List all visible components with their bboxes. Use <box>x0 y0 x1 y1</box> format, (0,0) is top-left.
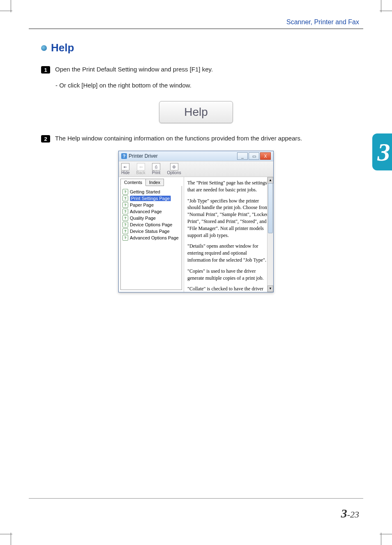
page-number: 3-23 <box>341 506 359 520</box>
tree-label: Advanced Options Page <box>130 235 179 240</box>
help-button[interactable]: Help <box>159 101 233 123</box>
tree-label: Device Status Page <box>130 229 170 234</box>
back-icon: ⇦ <box>137 163 145 170</box>
step-2-text: The Help window containing information o… <box>55 135 302 142</box>
help-paragraph: "Job Type" specifies how the printer sho… <box>187 198 270 239</box>
crop-mark <box>380 11 392 11</box>
scroll-up-arrow-icon[interactable]: ▲ <box>267 177 273 184</box>
maximize-button[interactable]: ▭ <box>249 152 259 160</box>
window-title: Printer Driver <box>129 153 158 159</box>
topic-icon: ? <box>122 215 128 221</box>
help-paragraph: "Copies" is used to have the driver gene… <box>187 268 270 282</box>
footer-rule <box>29 498 363 499</box>
tree-item[interactable]: ?Advanced Options Page <box>122 235 180 241</box>
page-subnum: 23 <box>350 509 359 520</box>
help-nav-pane: Contents Index ?Getting Started ?Print S… <box>119 177 184 292</box>
tree-item-selected[interactable]: ?Print Settings Page <box>122 195 180 202</box>
minimize-button[interactable]: _ <box>237 152 248 160</box>
help-paragraph: "Collate" is checked to have the driver … <box>187 285 270 292</box>
hide-icon: ⇤ <box>121 163 129 170</box>
toolbar-hide-button[interactable]: ⇤ Hide <box>121 163 130 175</box>
header-section-title: Scanner, Printer and Fax <box>29 18 363 26</box>
toolbar-label: Hide <box>121 170 130 175</box>
print-icon: ⎙ <box>152 163 160 170</box>
options-icon: ⚙ <box>170 163 178 170</box>
tree-item[interactable]: ?Paper Page <box>122 202 180 208</box>
toolbar-label: Print <box>152 170 161 175</box>
help-toolbar: ⇤ Hide ⇦ Back ⎙ Print ⚙ Options <box>119 161 273 177</box>
tab-contents[interactable]: Contents <box>120 179 146 186</box>
topic-icon: ? <box>122 202 128 208</box>
tree-item[interactable]: ?Device Options Page <box>122 221 180 228</box>
crop-mark <box>381 533 381 545</box>
tree-label: Device Options Page <box>130 222 172 227</box>
crop-mark <box>11 533 11 545</box>
toolbar-options-button[interactable]: ⚙ Options <box>167 163 181 175</box>
page-chapter: 3 <box>341 506 347 520</box>
tree-item[interactable]: ?Quality Page <box>122 215 180 221</box>
scroll-down-arrow-icon[interactable]: ▼ <box>267 285 273 292</box>
toolbar-back-button: ⇦ Back <box>136 163 145 175</box>
help-app-icon: ? <box>121 153 127 159</box>
tab-index[interactable]: Index <box>145 179 164 186</box>
topic-icon: ? <box>122 195 128 201</box>
help-paragraph: The "Print Setting" page has the setting… <box>187 179 270 193</box>
crop-mark <box>380 534 392 534</box>
topic-icon: ? <box>122 235 128 241</box>
topic-icon: ? <box>122 228 128 234</box>
section-heading: Help <box>51 41 74 54</box>
tree-label: Quality Page <box>130 216 156 221</box>
tree-item[interactable]: ?Getting Started <box>122 189 180 195</box>
step-number-badge: 1 <box>41 66 50 74</box>
tree-label: Print Settings Page <box>130 195 171 201</box>
window-titlebar: ? Printer Driver _ ▭ X <box>119 151 273 161</box>
vertical-scrollbar[interactable]: ▲ ▼ <box>267 177 273 292</box>
help-window-screenshot: ? Printer Driver _ ▭ X ⇤ Hide ⇦ Back <box>118 151 274 292</box>
tree-item[interactable]: ?Device Status Page <box>122 228 180 235</box>
side-chapter-tab: 3 <box>372 133 392 170</box>
tree-label: Advanced Page <box>130 209 162 214</box>
help-content-pane: The "Print Setting" page has the setting… <box>184 177 273 292</box>
step-number-badge: 2 <box>41 135 50 143</box>
tree-label: Paper Page <box>130 202 154 207</box>
topic-icon: ? <box>122 222 128 228</box>
toolbar-print-button[interactable]: ⎙ Print <box>152 163 161 175</box>
step-1-text: Open the Print Default Setting window an… <box>55 66 213 73</box>
close-button[interactable]: X <box>260 152 271 160</box>
topic-icon: ? <box>122 209 128 214</box>
heading-bullet-icon <box>41 45 47 51</box>
tree-item[interactable]: ?Advanced Page <box>122 208 180 215</box>
crop-mark <box>0 534 12 534</box>
toolbar-label: Options <box>167 170 181 175</box>
step-1-subtext: - Or click [Help] on the right bottom of… <box>55 82 363 89</box>
toolbar-label: Back <box>136 170 145 175</box>
help-contents-tree: ?Getting Started ?Print Settings Page ?P… <box>120 186 182 290</box>
help-paragraph: "Details" opens another window for enter… <box>187 243 270 263</box>
header-rule <box>29 28 363 29</box>
crop-mark <box>0 11 12 11</box>
topic-icon: ? <box>122 189 128 195</box>
scroll-thumb[interactable] <box>268 183 273 233</box>
tree-label: Getting Started <box>130 189 160 194</box>
page-sep: - <box>347 509 350 520</box>
